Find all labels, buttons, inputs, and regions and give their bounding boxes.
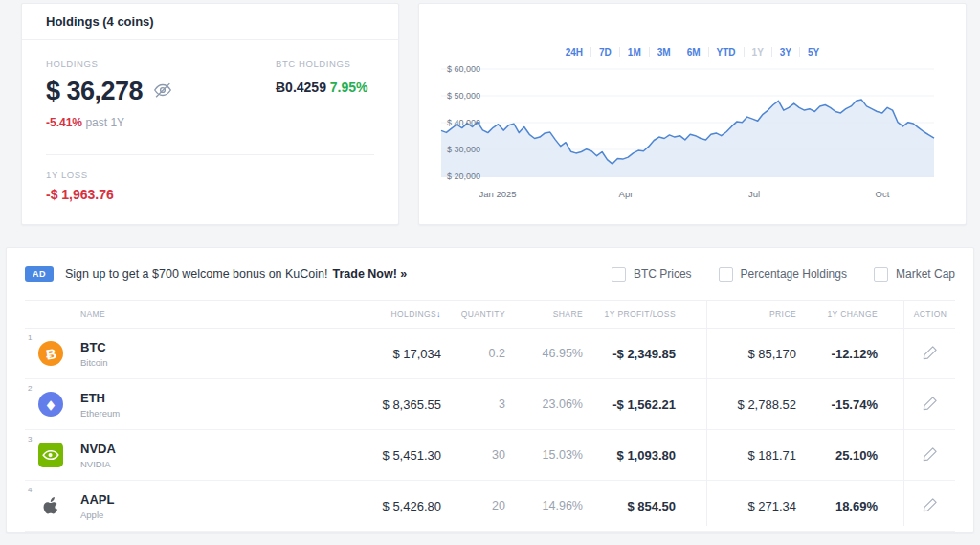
- holdings-table: NAME HOLDINGS↓ QUANTITY SHARE 1Y PROFIT/…: [7, 300, 973, 532]
- holdings-summary-card: Holdings (4 coins) HOLDINGS $ 36,278 -5.…: [21, 3, 399, 225]
- eye-off-icon: [152, 78, 173, 107]
- y-axis-tick: $ 60,000: [447, 64, 480, 74]
- x-axis-tick: Apr: [619, 189, 634, 199]
- holdings-cell: $ 5,451.30: [351, 448, 441, 463]
- quantity-cell: 30: [441, 448, 505, 462]
- x-axis-tick: Oct: [876, 189, 890, 199]
- quantity-cell: 3: [441, 397, 505, 411]
- ad-banner: AD Sign up to get a $700 welcome bonus o…: [7, 248, 973, 300]
- price-cell: $ 85,170: [706, 347, 796, 361]
- column-divider: [903, 300, 904, 526]
- rank-number: 1: [28, 333, 32, 342]
- share-cell: 14.96%: [505, 499, 583, 512]
- share-cell: 23.06%: [505, 397, 583, 411]
- divider: [46, 154, 374, 155]
- y-axis-tick: $ 40,000: [447, 118, 480, 127]
- header-change[interactable]: 1Y CHANGE: [796, 309, 903, 319]
- pencil-icon: [922, 344, 939, 364]
- eth-icon: ◆: [38, 392, 63, 417]
- filter-btc-prices[interactable]: BTC Prices: [612, 267, 692, 282]
- holdings-cell: $ 17,034: [351, 347, 441, 361]
- table-row-eth[interactable]: 2 ◆ ETH Ethereum $ 8,365.55 3 23.06% -$ …: [25, 379, 955, 430]
- profit-loss-cell: -$ 1,562.21: [583, 397, 706, 412]
- edit-holding-button[interactable]: [922, 496, 939, 516]
- pencil-icon: [922, 496, 939, 516]
- header-quantity[interactable]: QUANTITY: [441, 309, 505, 319]
- table-row-btc[interactable]: 1 Ƀ BTC Bitcoin $ 17,034 0.2 46.95% -$ 2…: [25, 329, 955, 379]
- x-axis-tick: Jan 2025: [479, 189, 516, 199]
- filter-label: BTC Prices: [634, 267, 692, 281]
- checkbox-btc-prices[interactable]: [612, 267, 626, 282]
- range-1m[interactable]: 1M: [620, 47, 650, 57]
- loss-value: -$ 1,963.76: [46, 187, 374, 202]
- chart-area-fill: [441, 100, 934, 177]
- price-cell: $ 181.71: [706, 448, 796, 463]
- hide-balance-toggle[interactable]: [152, 78, 173, 107]
- range-5y[interactable]: 5Y: [800, 47, 827, 57]
- header-action: ACTION: [903, 309, 957, 319]
- quantity-cell: 0.2: [441, 347, 505, 360]
- change-cell: -12.12%: [796, 347, 903, 361]
- y-axis-tick: $ 20,000: [447, 171, 480, 181]
- range-7d[interactable]: 7D: [591, 47, 620, 57]
- table-header-row: NAME HOLDINGS↓ QUANTITY SHARE 1Y PROFIT/…: [25, 300, 955, 329]
- table-row-aapl[interactable]: 4 AAPL Apple $ 5,426.80 20 14.96% $ 854.…: [25, 481, 955, 532]
- range-ytd[interactable]: YTD: [709, 47, 745, 57]
- table-filters: BTC Prices Percentage Holdings Market Ca…: [612, 267, 955, 282]
- change-cell: -15.74%: [796, 397, 903, 412]
- coin-symbol: ETH: [80, 391, 120, 405]
- coin-full-name: Ethereum: [80, 408, 120, 419]
- change-cell: 18.69%: [796, 499, 903, 513]
- holdings-cell: $ 8,365.55: [351, 397, 441, 412]
- header-profit-loss[interactable]: 1Y PROFIT/LOSS: [583, 309, 706, 319]
- y-axis-tick: $ 30,000: [447, 145, 480, 154]
- range-1y[interactable]: 1Y: [745, 47, 772, 57]
- change-cell: 25.10%: [796, 448, 903, 463]
- holdings-table-card: AD Sign up to get a $700 welcome bonus o…: [6, 247, 974, 533]
- share-cell: 15.03%: [505, 448, 583, 462]
- coin-full-name: Bitcoin: [80, 357, 108, 368]
- ad-trade-now-link[interactable]: Trade Now! »: [333, 267, 408, 281]
- column-divider: [706, 300, 707, 526]
- edit-holding-button[interactable]: [922, 344, 939, 364]
- time-range-selector: 24H 7D 1M 3M 6M YTD 1Y 3Y 5Y: [419, 47, 966, 57]
- pencil-icon: [922, 395, 939, 415]
- coin-symbol: AAPL: [80, 492, 114, 507]
- profit-loss-cell: $ 854.50: [583, 499, 706, 513]
- checkbox-percentage-holdings[interactable]: [719, 267, 733, 282]
- price-cell: $ 271.34: [706, 499, 796, 513]
- header-holdings[interactable]: HOLDINGS↓: [351, 309, 441, 319]
- coin-cell: 2 ◆ ETH Ethereum: [25, 379, 351, 429]
- header-name[interactable]: NAME: [25, 309, 351, 319]
- edit-holding-button[interactable]: [922, 445, 939, 466]
- btc-holdings-value: Ƀ0.4259: [276, 79, 326, 95]
- apple-icon: [38, 493, 63, 518]
- btc-holdings-label: BTC HOLDINGS: [276, 58, 368, 69]
- x-axis-tick: Jul: [748, 189, 760, 199]
- holdings-change-percent: -5.41%: [46, 116, 82, 129]
- range-6m[interactable]: 6M: [679, 47, 709, 57]
- range-3y[interactable]: 3Y: [772, 47, 800, 57]
- filter-label: Market Cap: [896, 267, 955, 281]
- range-24h[interactable]: 24H: [558, 47, 591, 57]
- holdings-card-title: Holdings (4 coins): [22, 4, 398, 40]
- profit-loss-cell: -$ 2,349.85: [583, 347, 706, 361]
- holdings-cell: $ 5,426.80: [351, 499, 441, 513]
- coin-full-name: Apple: [80, 510, 114, 520]
- y-axis-tick: $ 50,000: [447, 91, 480, 101]
- checkbox-market-cap[interactable]: [874, 267, 888, 282]
- table-row-nvda[interactable]: 3 NVDA NVIDIA $ 5,451.30 30 15.03% $ 1,0…: [25, 430, 955, 481]
- edit-holding-button[interactable]: [922, 395, 939, 415]
- coin-symbol: NVDA: [80, 442, 116, 456]
- filter-market-cap[interactable]: Market Cap: [874, 267, 955, 282]
- rank-number: 4: [28, 486, 32, 494]
- rank-number: 2: [28, 384, 32, 393]
- header-share[interactable]: SHARE: [505, 309, 583, 319]
- header-price[interactable]: PRICE: [706, 309, 796, 319]
- nvidia-icon: [38, 443, 63, 467]
- range-3m[interactable]: 3M: [650, 47, 679, 57]
- coin-cell: 4 AAPL Apple: [25, 481, 351, 531]
- filter-percentage-holdings[interactable]: Percentage Holdings: [719, 267, 847, 282]
- pencil-icon: [922, 445, 939, 466]
- holdings-total-value: $ 36,278: [46, 77, 143, 106]
